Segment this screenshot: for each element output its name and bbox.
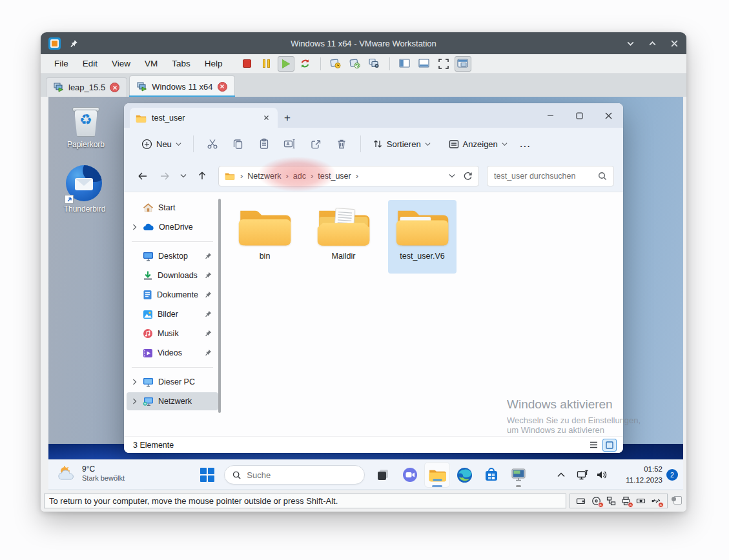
breadcrumb-test-user[interactable]: test_user <box>314 170 354 183</box>
sidebar-item-start[interactable]: Start <box>127 199 216 217</box>
menu-vm[interactable]: VM <box>138 56 165 71</box>
taskbar-search[interactable] <box>224 465 365 485</box>
hard-disk-icon[interactable] <box>575 495 586 506</box>
breadcrumb-netzwerk[interactable]: Netzwerk <box>244 170 284 183</box>
reset-icon[interactable] <box>297 56 314 72</box>
folder-tile-maildir[interactable]: Maildir <box>309 200 378 274</box>
explorer-tab[interactable]: test_user <box>130 108 278 128</box>
sidebar-item-videos[interactable]: Videos <box>127 344 216 362</box>
up-icon[interactable] <box>192 166 212 186</box>
chat-icon <box>402 467 418 483</box>
fullscreen-icon[interactable] <box>435 56 452 72</box>
network-tray-button[interactable] <box>573 462 592 488</box>
take-snapshot-icon[interactable] <box>327 56 344 72</box>
refresh-icon[interactable] <box>463 171 473 181</box>
usb-icon[interactable]: × <box>651 495 662 506</box>
menu-file[interactable]: File <box>47 56 76 71</box>
power-off-icon[interactable] <box>239 56 256 72</box>
details-view-icon[interactable] <box>586 439 601 452</box>
recent-locations-icon[interactable] <box>177 166 190 186</box>
resize-grip[interactable] <box>671 495 683 507</box>
menu-edit[interactable]: Edit <box>76 56 105 71</box>
folder-tile-bin[interactable]: bin <box>231 200 299 274</box>
view-button[interactable]: Anzeigen <box>443 135 513 153</box>
more-options-button[interactable]: ... <box>513 137 537 150</box>
revert-snapshot-icon[interactable] <box>347 56 364 72</box>
task-view-button[interactable] <box>370 462 396 488</box>
copy-icon[interactable] <box>225 132 251 155</box>
folder-tile-test-user-v6[interactable]: test_user.V6 <box>388 200 457 274</box>
close-vm-tab-icon[interactable] <box>110 83 119 92</box>
music-icon <box>143 328 153 339</box>
serial-port-icon[interactable] <box>635 495 646 506</box>
show-console-icon[interactable] <box>416 56 433 72</box>
network-adapter-icon[interactable] <box>606 495 617 506</box>
cd-rom-icon[interactable]: × <box>591 495 602 506</box>
sidebar-item-musik[interactable]: Musik <box>127 325 216 343</box>
sidebar-item-label: Bilder <box>158 310 178 319</box>
new-tab-button[interactable]: + <box>278 108 297 128</box>
clock-widget[interactable]: 01:52 11.12.2023 <box>626 464 662 485</box>
rename-icon[interactable] <box>277 132 303 155</box>
cut-icon[interactable] <box>200 132 225 155</box>
sort-button[interactable]: Sortieren <box>367 135 436 153</box>
close-window-icon[interactable] <box>670 39 679 48</box>
sidebar-item-dokumente[interactable]: Dokumente <box>127 286 216 304</box>
paste-icon[interactable] <box>251 132 277 155</box>
menu-tabs[interactable]: Tabs <box>165 56 198 71</box>
vm-tab-leap[interactable]: leap_15.5 <box>46 77 127 97</box>
snapshot-manager-icon[interactable] <box>366 56 383 72</box>
explorer-minimize-icon[interactable] <box>536 103 565 128</box>
explorer-search[interactable] <box>487 166 614 186</box>
vm-tab-windows11[interactable]: Windows 11 x64 <box>129 75 234 97</box>
volume-tray-button[interactable] <box>592 462 611 488</box>
back-icon[interactable] <box>133 166 152 186</box>
store-button[interactable] <box>478 462 504 488</box>
folder-icon <box>225 172 235 180</box>
item-count: 3 Elemente <box>133 441 174 450</box>
delete-icon[interactable] <box>329 132 354 155</box>
share-icon[interactable] <box>303 132 329 155</box>
desktop-icon-recycle-bin[interactable]: ♻ Papierkorb <box>61 105 110 149</box>
printer-icon[interactable]: × <box>621 495 631 506</box>
view-icon <box>449 139 459 149</box>
tray-expand-button[interactable] <box>551 462 571 488</box>
forward-icon[interactable] <box>155 166 174 186</box>
explorer-close-icon[interactable] <box>594 103 623 128</box>
sidebar-item-onedrive[interactable]: OneDrive <box>127 218 216 236</box>
minimize-window-icon[interactable] <box>626 39 635 48</box>
explorer-search-input[interactable] <box>494 172 598 181</box>
sidebar-item-dieser-pc[interactable]: Dieser PC <box>127 373 216 391</box>
taskbar-search-input[interactable] <box>247 470 356 480</box>
sidebar-item-downloads[interactable]: Downloads <box>127 266 216 285</box>
unity-mode-icon[interactable] <box>455 56 471 72</box>
new-button[interactable]: Neu <box>136 135 187 154</box>
weather-widget[interactable]: 9°C Stark bewölkt <box>56 465 125 482</box>
breadcrumb-adc[interactable]: adc <box>290 170 309 183</box>
menu-view[interactable]: View <box>105 56 138 71</box>
close-vm-tab-icon[interactable] <box>218 82 227 92</box>
show-library-icon[interactable] <box>396 56 413 72</box>
sort-icon <box>373 139 383 149</box>
pin-icon[interactable] <box>70 39 78 48</box>
sidebar-item-desktop[interactable]: Desktop <box>127 247 216 265</box>
edge-button[interactable] <box>451 462 477 488</box>
address-bar[interactable]: › Netzwerk › adc › test_user › <box>218 166 479 186</box>
menu-help[interactable]: Help <box>198 56 230 71</box>
large-icons-view-icon[interactable] <box>602 439 617 452</box>
power-on-icon[interactable] <box>278 56 294 72</box>
file-explorer-button[interactable] <box>424 462 450 488</box>
sidebar-item-netzwerk[interactable]: Netzwerk <box>127 392 218 410</box>
start-button[interactable] <box>194 462 220 488</box>
chat-button[interactable] <box>397 462 423 488</box>
vmware-tools-button[interactable] <box>506 462 531 488</box>
desktop-icon-thunderbird[interactable]: Thunderbird <box>60 165 109 214</box>
sidebar-item-bilder[interactable]: Bilder <box>127 305 216 323</box>
close-explorer-tab-icon[interactable] <box>260 112 272 124</box>
address-dropdown-icon[interactable] <box>449 174 455 178</box>
sidebar-scrollbar[interactable] <box>218 199 221 413</box>
notification-badge[interactable]: 2 <box>666 469 678 481</box>
suspend-icon[interactable] <box>258 56 275 72</box>
explorer-maximize-icon[interactable] <box>565 103 594 128</box>
maximize-window-icon[interactable] <box>648 39 657 48</box>
